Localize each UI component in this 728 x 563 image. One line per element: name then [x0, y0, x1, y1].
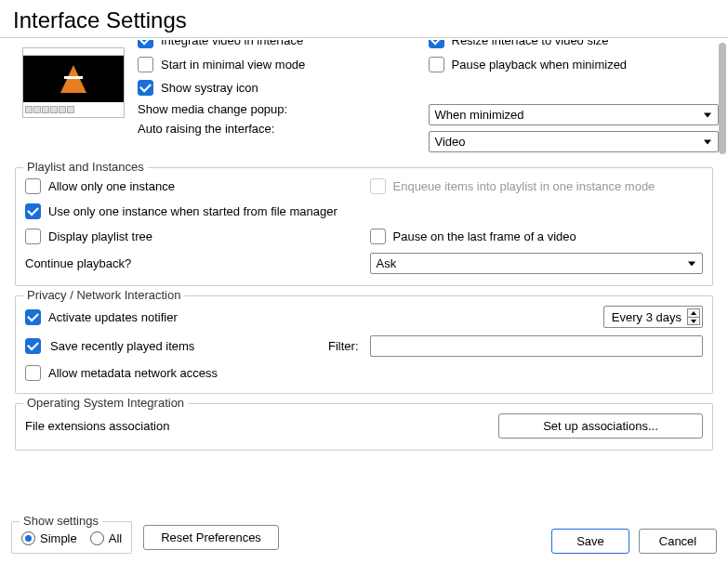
save-recent-label: Save recently played items [50, 339, 194, 353]
continue-playback-label: Continue playback? [25, 256, 359, 270]
page-title: Interface Settings [0, 0, 728, 38]
os-integration-group-title: Operating System Integration [23, 396, 188, 410]
start-minimal-checkbox[interactable] [138, 57, 153, 72]
one-instance-fm-checkbox[interactable] [25, 203, 41, 219]
reset-preferences-button[interactable]: Reset Preferences [143, 525, 279, 550]
updates-notifier-label: Activate updates notifier [48, 310, 178, 324]
privacy-group-title: Privacy / Network Interaction [23, 288, 184, 302]
playlist-group: Playlist and Instances Allow only one in… [15, 167, 713, 286]
metadata-access-checkbox[interactable] [25, 365, 41, 381]
enqueue-checkbox [370, 178, 386, 194]
os-integration-group: Operating System Integration File extens… [15, 403, 713, 451]
resize-interface-label: Resize interface to video size [452, 40, 609, 47]
show-settings-group: Show settings Simple All [11, 521, 132, 554]
save-recent-checkbox[interactable] [25, 338, 41, 354]
show-settings-simple-label: Simple [40, 531, 77, 545]
show-settings-simple-radio[interactable] [21, 531, 35, 545]
spinner-up-icon[interactable] [687, 308, 700, 317]
integrate-video-checkbox[interactable] [138, 40, 153, 48]
vlc-cone-icon [60, 65, 86, 93]
show-settings-all-radio[interactable] [90, 531, 104, 545]
resize-interface-checkbox[interactable] [429, 40, 444, 48]
show-systray-checkbox[interactable] [138, 80, 153, 96]
playlist-tree-checkbox[interactable] [25, 229, 41, 244]
playlist-group-title: Playlist and Instances [23, 160, 148, 174]
pause-minimized-checkbox[interactable] [429, 57, 444, 72]
cancel-button[interactable]: Cancel [639, 529, 717, 554]
auto-raise-select[interactable]: Video [429, 131, 720, 152]
pause-minimized-label: Pause playback when minimized [452, 58, 628, 72]
interface-preview-thumbnail [22, 47, 125, 118]
show-settings-all-label: All [109, 531, 122, 545]
auto-raise-label: Auto raising the interface: [138, 122, 374, 136]
metadata-access-label: Allow metadata network access [48, 366, 218, 380]
playlist-tree-label: Display playlist tree [48, 229, 152, 243]
updates-interval-spinner[interactable]: Every 3 days [603, 306, 703, 328]
continue-playback-select[interactable]: Ask [370, 253, 704, 274]
scrollbar[interactable] [719, 43, 726, 154]
one-instance-checkbox[interactable] [25, 178, 41, 194]
media-popup-select[interactable]: When minimized [429, 104, 720, 125]
media-popup-label: Show media change popup: [138, 102, 374, 116]
pause-last-frame-checkbox[interactable] [370, 229, 386, 244]
save-button[interactable]: Save [551, 529, 629, 554]
updates-interval-value: Every 3 days [612, 310, 682, 324]
filter-input[interactable] [370, 335, 704, 357]
start-minimal-label: Start in minimal view mode [161, 58, 305, 72]
show-settings-title: Show settings [20, 514, 102, 528]
one-instance-label: Allow only one instance [48, 179, 175, 193]
one-instance-fm-label: Use only one instance when started from … [48, 204, 338, 218]
pause-last-frame-label: Pause on the last frame of a video [393, 229, 576, 243]
spinner-down-icon[interactable] [687, 317, 700, 325]
setup-associations-button[interactable]: Set up associations... [498, 413, 703, 439]
show-systray-label: Show systray icon [161, 81, 258, 95]
file-extensions-label: File extensions association [25, 419, 169, 433]
filter-label: Filter: [328, 339, 359, 353]
integrate-video-label: Integrate video in interface [161, 40, 303, 47]
privacy-group: Privacy / Network Interaction Activate u… [15, 295, 713, 394]
enqueue-label: Enqueue items into playlist in one insta… [393, 179, 655, 193]
updates-notifier-checkbox[interactable] [25, 309, 41, 325]
